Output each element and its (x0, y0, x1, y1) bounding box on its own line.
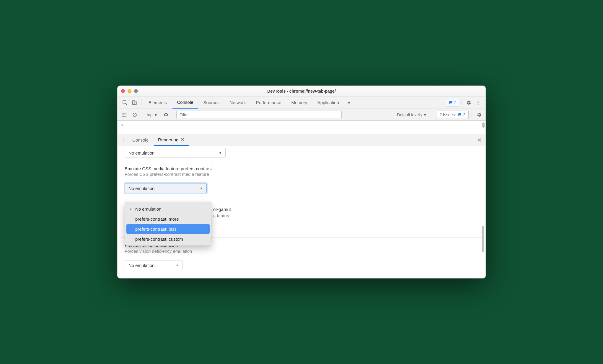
prefers-contrast-dropdown: No emulation prefers-contrast: more pref… (125, 202, 211, 246)
no-sign-icon (132, 112, 137, 117)
device-toolbar-icon[interactable] (130, 98, 139, 107)
prefers-contrast-select[interactable]: No emulation ▼ (125, 183, 207, 193)
tab-sources[interactable]: Sources (199, 96, 224, 109)
svg-point-5 (478, 104, 479, 104)
option-label: prefers-contrast: custom (135, 237, 183, 242)
drawer-close-button[interactable]: ✕ (475, 137, 484, 143)
contrast-subtitle: Forces CSS prefers-contrast media featur… (125, 172, 478, 177)
option-label: No emulation (135, 206, 161, 211)
tab-performance[interactable]: Performance (251, 96, 286, 109)
svg-line-8 (133, 113, 136, 116)
option-label: prefers-contrast: less (135, 227, 177, 232)
chevron-down-icon: ▼ (154, 112, 158, 117)
settings-button[interactable] (464, 98, 473, 107)
tabs-overflow-button[interactable]: » (344, 98, 353, 107)
main-tabstrip: Elements Console Sources Network Perform… (118, 96, 485, 109)
issues-label: 2 Issues: (439, 112, 456, 117)
separator (472, 112, 472, 118)
context-label: top (147, 112, 152, 117)
feedback-badge[interactable]: 2 (446, 99, 459, 106)
eye-icon (163, 112, 169, 117)
option-label: prefers-contrast: more (135, 217, 179, 222)
dropdown-option-more[interactable]: prefers-contrast: more (126, 214, 210, 224)
context-selector[interactable]: top ▼ (145, 112, 159, 117)
console-sidebar-toggle[interactable] (120, 111, 128, 119)
clear-console-button[interactable] (131, 111, 139, 119)
feedback-icon (449, 101, 453, 105)
kebab-icon (475, 100, 481, 105)
dropdown-option-no-emulation[interactable]: No emulation (126, 204, 210, 214)
console-settings-button[interactable] (475, 111, 483, 119)
separator (173, 112, 173, 118)
titlebar-title: DevTools - chrome://new-tab-page/ (267, 89, 336, 94)
contrast-title: Emulate CSS media feature prefers-contra… (125, 166, 478, 171)
tab-label: Network (230, 100, 246, 105)
live-expression-button[interactable] (162, 111, 170, 119)
drawer-tab-console[interactable]: Console (128, 134, 153, 146)
gamut-title-fragment: or-gamut (213, 207, 231, 212)
vision-subtitle: Forces vision deficiency emulation (125, 249, 478, 254)
feedback-count: 2 (454, 100, 457, 105)
separator (433, 112, 433, 118)
overflow-glyph: » (347, 99, 350, 106)
rendering-panel: No emulation ▼ Emulate CSS media feature… (118, 146, 485, 278)
chevron-down-icon: ▼ (423, 112, 427, 117)
scrollbar-thumb[interactable] (482, 122, 485, 128)
drawer-tab-label: Rendering (158, 137, 178, 142)
devtools-window: DevTools - chrome://new-tab-page/ Elemen… (117, 86, 486, 278)
more-menu-button[interactable] (474, 98, 483, 107)
tab-label: Sources (203, 100, 220, 105)
svg-point-3 (478, 101, 479, 101)
select-value: No emulation (128, 186, 154, 191)
window-zoom-button[interactable] (134, 89, 138, 93)
dropdown-option-custom[interactable]: prefers-contrast: custom (126, 234, 210, 244)
tab-label: Application (317, 100, 339, 105)
drawer-tab-label: Console (132, 137, 149, 142)
console-prompt: > (121, 123, 123, 127)
tab-label: Console (177, 100, 193, 105)
tab-application[interactable]: Application (313, 96, 344, 109)
close-icon[interactable]: ✕ (181, 137, 185, 142)
scrollbar-thumb[interactable] (482, 226, 484, 252)
feedback-icon (458, 113, 462, 117)
drawer-tab-rendering[interactable]: Rendering ✕ (154, 134, 189, 146)
tab-label: Memory (291, 100, 307, 105)
emulate-media-select[interactable]: No emulation ▼ (125, 148, 226, 158)
svg-rect-1 (132, 101, 135, 104)
console-filter-bar: top ▼ Default levels ▼ 2 Issues: 2 (118, 109, 485, 121)
window-close-button[interactable] (121, 89, 125, 93)
drawer-more-button[interactable]: ⋮ (119, 137, 127, 143)
select-value: No emulation (128, 150, 154, 155)
vision-deficiency-select[interactable]: No emulation ▼ (125, 260, 182, 270)
tab-elements[interactable]: Elements (144, 96, 172, 109)
gear-icon (476, 112, 482, 117)
svg-rect-2 (135, 102, 136, 104)
tab-label: Elements (149, 100, 167, 105)
log-levels-selector[interactable]: Default levels ▼ (394, 112, 430, 117)
chevron-down-icon: ▼ (176, 264, 179, 267)
gear-icon (466, 100, 471, 105)
filter-input[interactable] (176, 111, 342, 119)
inspect-element-icon[interactable] (120, 98, 129, 107)
issues-button[interactable]: 2 Issues: 2 (436, 111, 469, 119)
select-value: No emulation (128, 263, 154, 268)
levels-label: Default levels (397, 112, 422, 117)
tab-memory[interactable]: Memory (287, 96, 312, 109)
dropdown-option-less[interactable]: prefers-contrast: less (126, 224, 210, 234)
titlebar: DevTools - chrome://new-tab-page/ (118, 86, 485, 96)
tab-label: Performance (256, 100, 281, 105)
tab-console[interactable]: Console (172, 96, 198, 109)
window-minimize-button[interactable] (128, 89, 131, 93)
separator (141, 99, 141, 106)
tab-network[interactable]: Network (225, 96, 251, 109)
traffic-lights (121, 89, 138, 93)
issues-count: 2 (463, 112, 465, 117)
console-body[interactable]: > (118, 121, 485, 134)
separator (142, 112, 142, 118)
chevron-down-icon: ▼ (200, 187, 203, 190)
chevron-down-icon: ▼ (219, 151, 222, 155)
separator (462, 99, 462, 106)
svg-point-4 (478, 102, 479, 103)
gamut-subtitle-fragment: a feature (213, 213, 231, 218)
drawer-tabstrip: ⋮ Console Rendering ✕ ✕ (118, 134, 485, 146)
